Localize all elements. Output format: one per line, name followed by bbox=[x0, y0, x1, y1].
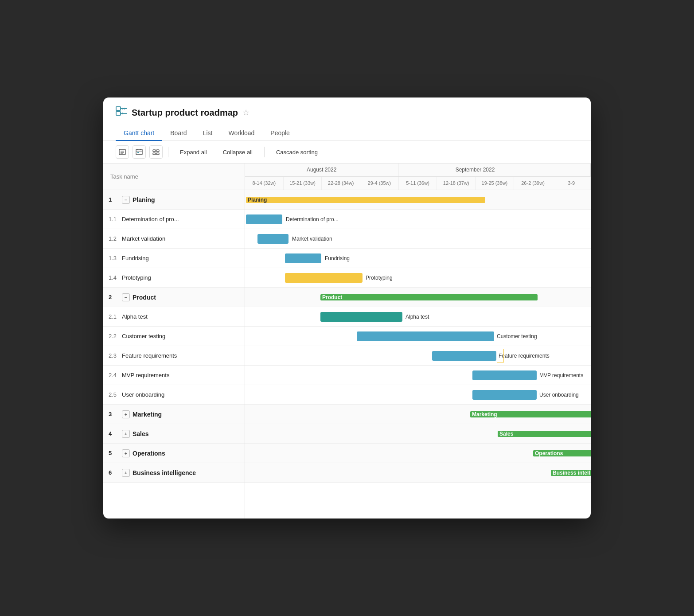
tab-workload[interactable]: Workload bbox=[220, 126, 262, 141]
week-36: 5-11 (36w) bbox=[399, 177, 437, 190]
week-39: 26-2 (39w) bbox=[514, 177, 553, 190]
chart-group-operations: Operations bbox=[245, 444, 591, 463]
bar-feature-req-label: Feature requirements bbox=[499, 353, 550, 359]
bar-feature-req bbox=[432, 351, 496, 361]
chart-group-product: Product bbox=[245, 288, 591, 307]
collapse-marketing[interactable]: + bbox=[122, 410, 130, 418]
chart-row-2-3: Feature requirements bbox=[245, 346, 591, 366]
collapse-product[interactable]: − bbox=[122, 293, 130, 301]
chart-group-bi: Business intell bbox=[245, 463, 591, 483]
dep-marker bbox=[497, 349, 504, 363]
collapse-all-button[interactable]: Collapse all bbox=[217, 147, 259, 158]
tab-list[interactable]: List bbox=[195, 126, 221, 141]
group-row-bi: 6 + Business intelligence bbox=[103, 463, 245, 483]
task-row-1-3: 1.3 Fundrising bbox=[103, 249, 245, 268]
bar-market-validation-label: Market validation bbox=[292, 236, 332, 242]
svg-rect-0 bbox=[116, 107, 121, 110]
task-row-2-1: 2.1 Alpha test bbox=[103, 307, 245, 327]
app-window: Startup product roadmap ☆ Gantt chart Bo… bbox=[103, 97, 591, 519]
header: Startup product roadmap ☆ Gantt chart Bo… bbox=[103, 97, 591, 141]
week-37: 12-18 (37w) bbox=[437, 177, 476, 190]
toolbar-divider-2 bbox=[264, 147, 265, 157]
tab-gantt[interactable]: Gantt chart bbox=[116, 126, 162, 141]
week-40: 3-9 bbox=[552, 177, 591, 190]
svg-rect-1 bbox=[116, 112, 121, 115]
bar-fundrising-label: Fundrising bbox=[325, 255, 350, 261]
bar-prototyping-label: Prototyping bbox=[366, 275, 393, 281]
gantt-container: Task name 1 − Planing 1.1 Determination … bbox=[103, 164, 591, 519]
task-row-2-2: 2.2 Customer testing bbox=[103, 327, 245, 346]
tab-people[interactable]: People bbox=[262, 126, 298, 141]
bar-operations-label: Operations bbox=[535, 450, 563, 456]
bar-fundrising bbox=[285, 253, 321, 263]
toolbar-divider-1 bbox=[168, 147, 168, 157]
nav-tabs: Gantt chart Board List Workload People bbox=[116, 126, 578, 140]
month-sep: September 2022 bbox=[398, 164, 552, 176]
time-header: August 2022 September 2022 8-14 (32w) 15… bbox=[245, 164, 591, 190]
bar-planing-label: Planing bbox=[248, 197, 267, 203]
week-33: 15-21 (33w) bbox=[284, 177, 322, 190]
task-row-2-4: 2.4 MVP requirements bbox=[103, 366, 245, 385]
bar-determination bbox=[246, 214, 282, 224]
task-row-1-4: 1.4 Prototyping bbox=[103, 268, 245, 288]
bar-product-group bbox=[320, 294, 538, 300]
cascade-sorting-button[interactable]: Cascade sorting bbox=[270, 147, 324, 158]
chart-group-marketing: Marketing bbox=[245, 405, 591, 424]
bar-mvp-req-label: MVP requirements bbox=[539, 372, 583, 378]
chart-row-2-5: User onboarding bbox=[245, 385, 591, 405]
chart-row-2-1: Alpha test bbox=[245, 307, 591, 327]
favorite-icon[interactable]: ☆ bbox=[242, 108, 250, 117]
chart-row-1-1: Determination of pro... bbox=[245, 210, 591, 229]
chart-row-1-2: Market validation bbox=[245, 229, 591, 249]
bar-determination-label: Determination of pro... bbox=[286, 216, 339, 222]
bar-user-onboarding-label: User onboarding bbox=[539, 392, 579, 398]
chart-group-sales: Sales bbox=[245, 424, 591, 444]
group-icon-btn[interactable] bbox=[149, 145, 163, 159]
task-row-1-1: 1.1 Determination of pro... bbox=[103, 210, 245, 229]
month-row: August 2022 September 2022 bbox=[245, 164, 591, 177]
group-row-product: 2 − Product bbox=[103, 288, 245, 307]
week-row: 8-14 (32w) 15-21 (33w) 22-28 (34w) 29-4 … bbox=[245, 177, 591, 190]
title-row: Startup product roadmap ☆ bbox=[116, 106, 578, 119]
bar-bi-label: Business intell bbox=[553, 470, 590, 476]
bar-mvp-req bbox=[472, 370, 537, 380]
task-list: Task name 1 − Planing 1.1 Determination … bbox=[103, 164, 245, 519]
task-row-2-5: 2.5 User onboarding bbox=[103, 385, 245, 405]
collapse-bi[interactable]: + bbox=[122, 469, 130, 477]
month-aug: August 2022 bbox=[245, 164, 398, 176]
chart-rows: Planing Determination of pro... Market v… bbox=[245, 190, 591, 483]
group-row-sales: 4 + Sales bbox=[103, 424, 245, 444]
collapse-sales[interactable]: + bbox=[122, 430, 130, 438]
bar-product-label: Product bbox=[322, 294, 342, 300]
task-row-1-2: 1.2 Market validation bbox=[103, 229, 245, 249]
chart-row-1-4: Prototyping bbox=[245, 268, 591, 288]
calendar-icon-btn[interactable] bbox=[133, 145, 146, 159]
chart-scroll: August 2022 September 2022 8-14 (32w) 15… bbox=[245, 164, 591, 483]
group-row-planing: 1 − Planing bbox=[103, 190, 245, 210]
collapse-planing[interactable]: − bbox=[122, 196, 130, 204]
bar-customer-testing bbox=[357, 331, 494, 341]
svg-rect-16 bbox=[153, 150, 156, 152]
bar-alpha-test bbox=[320, 312, 402, 322]
task-list-header: Task name bbox=[103, 164, 245, 190]
chart-row-2-4: MVP requirements bbox=[245, 366, 591, 385]
bar-sales-label: Sales bbox=[499, 431, 513, 437]
chart-group-planing: Planing bbox=[245, 190, 591, 210]
bar-planing bbox=[246, 197, 485, 203]
task-row-2-3: 2.3 Feature requirements bbox=[103, 346, 245, 366]
tab-board[interactable]: Board bbox=[162, 126, 195, 141]
chart-row-1-3: Fundrising bbox=[245, 249, 591, 268]
expand-all-button[interactable]: Expand all bbox=[174, 147, 213, 158]
group-row-operations: 5 + Operations bbox=[103, 444, 245, 463]
svg-rect-11 bbox=[136, 149, 142, 155]
week-35: 29-4 (35w) bbox=[360, 177, 399, 190]
collapse-operations[interactable]: + bbox=[122, 449, 130, 457]
chart-row-2-2: Customer testing bbox=[245, 327, 591, 346]
checklist-icon-btn[interactable] bbox=[116, 145, 129, 159]
page-title: Startup product roadmap bbox=[132, 108, 238, 118]
week-38: 19-25 (38w) bbox=[476, 177, 514, 190]
week-32: 8-14 (32w) bbox=[245, 177, 284, 190]
svg-rect-18 bbox=[153, 153, 156, 155]
toolbar: Expand all Collapse all Cascade sorting bbox=[103, 141, 591, 164]
bar-user-onboarding bbox=[472, 390, 537, 400]
